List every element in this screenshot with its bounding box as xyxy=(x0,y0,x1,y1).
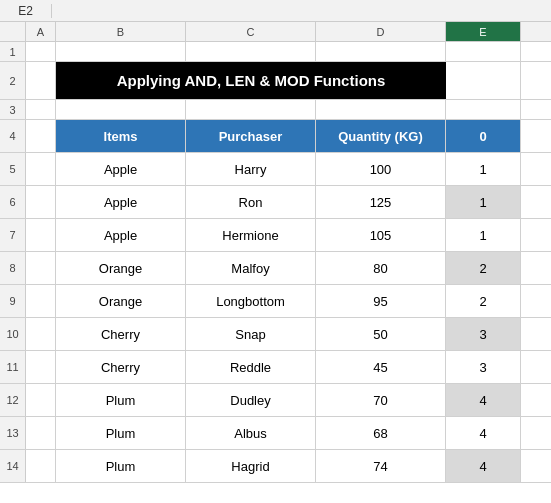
row-num: 3 xyxy=(0,100,26,119)
cell-quantity[interactable]: 80 xyxy=(316,252,446,284)
row-num: 13 xyxy=(0,417,26,449)
header-e: 0 xyxy=(446,120,521,152)
cell[interactable] xyxy=(26,100,56,119)
cell-item[interactable]: Apple xyxy=(56,153,186,185)
cell-e-value[interactable]: 2 xyxy=(446,252,521,284)
header-purchaser: Purchaser xyxy=(186,120,316,152)
grid-row-title: 2 Applying AND, LEN & MOD Functions xyxy=(0,62,551,100)
cell[interactable] xyxy=(26,153,56,185)
row-num: 1 xyxy=(0,42,26,61)
cell-item[interactable]: Plum xyxy=(56,417,186,449)
cell-item[interactable]: Cherry xyxy=(56,318,186,350)
row-num: 5 xyxy=(0,153,26,185)
cell-e[interactable] xyxy=(446,62,521,99)
table-row: 12 Plum Dudley 70 4 xyxy=(0,384,551,417)
cell-quantity[interactable]: 50 xyxy=(316,318,446,350)
cell-e-value[interactable]: 3 xyxy=(446,351,521,383)
cell-e-value[interactable]: 3 xyxy=(446,318,521,350)
cell[interactable] xyxy=(26,252,56,284)
formula-bar: E2 xyxy=(0,0,551,22)
row-num: 12 xyxy=(0,384,26,416)
cell-e-value[interactable]: 1 xyxy=(446,219,521,251)
cell-quantity[interactable]: 100 xyxy=(316,153,446,185)
cell-purchaser[interactable]: Albus xyxy=(186,417,316,449)
row-num: 8 xyxy=(0,252,26,284)
row-num: 10 xyxy=(0,318,26,350)
cell-purchaser[interactable]: Dudley xyxy=(186,384,316,416)
cell-e[interactable] xyxy=(446,42,521,61)
cell-item[interactable]: Plum xyxy=(56,384,186,416)
table-row: 11 Cherry Reddle 45 3 xyxy=(0,351,551,384)
spreadsheet: E2 A B C D E 1 2 xyxy=(0,0,551,503)
cell[interactable] xyxy=(56,100,186,119)
cell[interactable] xyxy=(186,100,316,119)
cell-purchaser[interactable]: Ron xyxy=(186,186,316,218)
table-row: 6 Apple Ron 125 1 xyxy=(0,186,551,219)
cell-quantity[interactable]: 74 xyxy=(316,450,446,482)
cell[interactable] xyxy=(316,100,446,119)
cell-item[interactable]: Orange xyxy=(56,285,186,317)
cell-e-value[interactable]: 1 xyxy=(446,153,521,185)
title-cell[interactable]: Applying AND, LEN & MOD Functions xyxy=(56,62,446,99)
cell[interactable] xyxy=(26,62,56,99)
cell-quantity[interactable]: 45 xyxy=(316,351,446,383)
row-num: 4 xyxy=(0,120,26,152)
cell-e-value[interactable]: 4 xyxy=(446,417,521,449)
cell[interactable] xyxy=(316,42,446,61)
cell[interactable] xyxy=(26,351,56,383)
cell[interactable] xyxy=(26,384,56,416)
cell-item[interactable]: Apple xyxy=(56,219,186,251)
row-num: 7 xyxy=(0,219,26,251)
cell-quantity[interactable]: 105 xyxy=(316,219,446,251)
cell[interactable] xyxy=(26,120,56,152)
row-num: 14 xyxy=(0,450,26,482)
table-row: 7 Apple Hermione 105 1 xyxy=(0,219,551,252)
cell-e[interactable] xyxy=(446,100,521,119)
cell[interactable] xyxy=(26,219,56,251)
table-row: 9 Orange Longbottom 95 2 xyxy=(0,285,551,318)
cell-purchaser[interactable]: Hagrid xyxy=(186,450,316,482)
cell-item[interactable]: Plum xyxy=(56,450,186,482)
cell-purchaser[interactable]: Longbottom xyxy=(186,285,316,317)
cell-purchaser[interactable]: Hermione xyxy=(186,219,316,251)
cell[interactable] xyxy=(26,450,56,482)
row-num: 11 xyxy=(0,351,26,383)
cell-quantity[interactable]: 95 xyxy=(316,285,446,317)
cell-quantity[interactable]: 125 xyxy=(316,186,446,218)
cell-purchaser[interactable]: Harry xyxy=(186,153,316,185)
corner-cell xyxy=(0,22,26,41)
grid-area: A B C D E 1 2 Applying AND, LEN & MOD Fu… xyxy=(0,22,551,503)
cell-quantity[interactable]: 68 xyxy=(316,417,446,449)
cell[interactable] xyxy=(26,417,56,449)
col-header-a[interactable]: A xyxy=(26,22,56,41)
cell-purchaser[interactable]: Reddle xyxy=(186,351,316,383)
cell-quantity[interactable]: 70 xyxy=(316,384,446,416)
col-header-c[interactable]: C xyxy=(186,22,316,41)
col-header-e[interactable]: E xyxy=(446,22,521,41)
col-header-d[interactable]: D xyxy=(316,22,446,41)
cell-item[interactable]: Orange xyxy=(56,252,186,284)
cell[interactable] xyxy=(186,42,316,61)
col-header-b[interactable]: B xyxy=(56,22,186,41)
cell-item[interactable]: Cherry xyxy=(56,351,186,383)
header-items: Items xyxy=(56,120,186,152)
col-headers: A B C D E xyxy=(0,22,551,42)
row-num: 2 xyxy=(0,62,26,99)
cell-e-value[interactable]: 4 xyxy=(446,384,521,416)
cell-e-value[interactable]: 2 xyxy=(446,285,521,317)
header-quantity: Quantity (KG) xyxy=(316,120,446,152)
cell-item[interactable]: Apple xyxy=(56,186,186,218)
cell-e-value[interactable]: 4 xyxy=(446,450,521,482)
cell[interactable] xyxy=(26,186,56,218)
grid-row: 3 xyxy=(0,100,551,120)
table-row: 5 Apple Harry 100 1 xyxy=(0,153,551,186)
cell-purchaser[interactable]: Malfoy xyxy=(186,252,316,284)
cell-e-value[interactable]: 1 xyxy=(446,186,521,218)
cell[interactable] xyxy=(26,42,56,61)
rows-container: 1 2 Applying AND, LEN & MOD Functions 3 xyxy=(0,42,551,503)
name-box[interactable]: E2 xyxy=(0,4,52,18)
cell[interactable] xyxy=(56,42,186,61)
cell[interactable] xyxy=(26,318,56,350)
cell[interactable] xyxy=(26,285,56,317)
cell-purchaser[interactable]: Snap xyxy=(186,318,316,350)
